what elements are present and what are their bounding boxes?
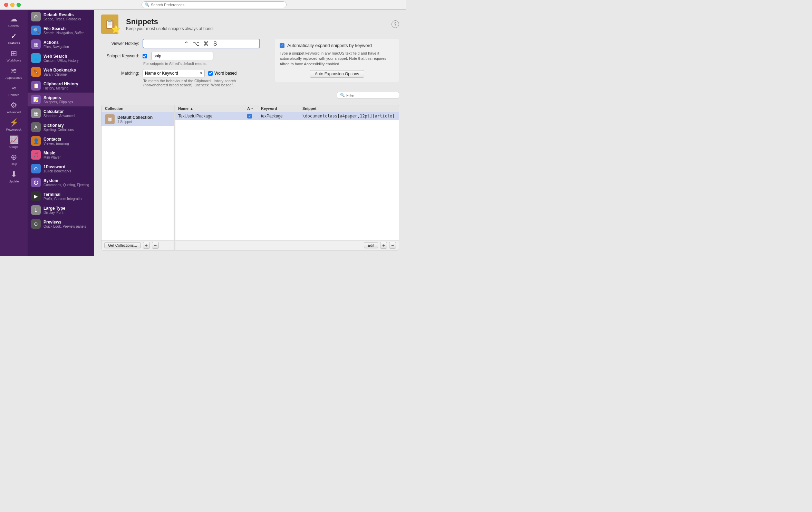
sidebar-icon-appearance[interactable]: ≋Appearance — [0, 64, 28, 82]
sidebar-item-system[interactable]: ⏻ System Commands, Quitting, Ejecting — [28, 176, 94, 189]
sidebar-item-text-calculator: Calculator Standard, Advanced — [44, 109, 75, 118]
sidebar-item-icon-default-results: ⊙ — [31, 12, 41, 21]
sidebar-icon-general[interactable]: ☁General — [0, 12, 28, 30]
sidebar-item-web-bookmarks[interactable]: 🔖 Web Bookmarks Safari, Chrome — [28, 65, 94, 79]
sidebar-icon-remote[interactable]: ≈Remote — [0, 82, 28, 99]
snippet-keyword-checkbox[interactable] — [143, 54, 147, 58]
sidebar-item-text-system: System Commands, Quitting, Ejecting — [44, 178, 89, 187]
minimize-button[interactable] — [10, 3, 14, 7]
cell-auto: ✓ — [247, 114, 261, 118]
filter-input[interactable] — [346, 93, 396, 97]
icon-label-general: General — [8, 24, 19, 28]
sidebar-item-title-previews: Previews — [44, 220, 86, 225]
add-collection-button[interactable]: + — [143, 242, 150, 249]
search-input-wrap[interactable]: 🔍 — [142, 1, 287, 8]
sidebar-item-title-dictionary: Dictionary — [44, 123, 74, 128]
matching-select[interactable]: Name or Keyword — [143, 69, 205, 77]
remove-snippet-button[interactable]: − — [389, 242, 396, 249]
collection-item-default-collection[interactable]: 📋 Default Collection 1 Snippet — [102, 112, 174, 126]
sidebar-item-dictionary[interactable]: A Dictionary Spelling, Definitions — [28, 120, 94, 134]
sidebar-icon-features[interactable]: ✓Features — [0, 30, 28, 47]
auto-expand-box: ✓ Automatically expand snippets by keywo… — [275, 39, 399, 82]
sidebar-item-text-web-bookmarks: Web Bookmarks Safari, Chrome — [44, 68, 76, 76]
filter-input-wrap[interactable]: 🔍 — [337, 92, 399, 98]
sidebar-item-file-search[interactable]: 🔍 File Search Search, Navigation, Buffer — [28, 23, 94, 37]
word-based-checkbox[interactable] — [208, 71, 213, 76]
col-keyword-header: Keyword — [261, 106, 302, 111]
sidebar-item-icon-clipboard-history: 📋 — [31, 81, 41, 91]
collection-count: 1 Snippet — [117, 120, 153, 124]
auto-expansion-options-button[interactable]: Auto Expansion Options — [310, 70, 365, 78]
sidebar-item-text-file-search: File Search Search, Navigation, Buffer — [44, 26, 84, 35]
sidebar-item-subtitle-clipboard-history: History, Merging — [44, 86, 78, 90]
sidebar-item-text-default-results: Default Results Scope, Types, Fallbacks — [44, 12, 81, 21]
page-title: Snippets — [126, 17, 214, 26]
viewer-hotkey-input[interactable]: ⌃ ⌥ ⌘ S — [143, 39, 260, 48]
sidebar-icon-workflows[interactable]: ⊞Workflows — [0, 47, 28, 64]
snippet-keyword-note: For snippets in Alfred's default results… — [143, 61, 268, 66]
maximize-button[interactable] — [17, 3, 21, 7]
sidebar-item-terminal[interactable]: ▶ Terminal Prefix, Custom Integration — [28, 189, 94, 203]
search-input[interactable] — [151, 3, 283, 7]
sidebar-icon-update[interactable]: ⬇Update — [0, 168, 28, 185]
col-a-header: A→ — [247, 106, 261, 111]
sidebar-item-1password[interactable]: ⊙ 1Password 1Click Bookmarks — [28, 162, 94, 176]
icon-glyph-update: ⬇ — [11, 170, 17, 179]
sidebar-icon-powerpack[interactable]: ⚡Powerpack — [0, 116, 28, 133]
sidebar-item-calculator[interactable]: ▦ Calculator Standard, Advanced — [28, 106, 94, 120]
auto-checkbox[interactable]: ✓ — [247, 114, 252, 118]
sidebar-item-contacts[interactable]: 👤 Contacts Viewer, Emailing — [28, 134, 94, 148]
word-based-check: Word based — [208, 71, 236, 76]
sidebar-item-icon-file-search: 🔍 — [31, 26, 41, 35]
col-name-header: Name ▲ — [178, 106, 247, 111]
sidebar-item-snippets[interactable]: 📝 Snippets Snippets, Clippings — [28, 93, 94, 106]
sidebar-item-text-actions: Actions Files, Navigation — [44, 40, 69, 49]
help-button[interactable]: ? — [392, 20, 399, 28]
titlebar: 🔍 — [0, 0, 406, 10]
matching-row: Matching: Name or Keyword ▼ Word based — [101, 69, 268, 77]
sidebar-item-clipboard-history[interactable]: 📋 Clipboard History History, Merging — [28, 79, 94, 93]
sidebar-icon-help[interactable]: ⊕Help — [0, 151, 28, 168]
sidebar-item-web-search[interactable]: 🌐 Web Search Custom, URLs, History — [28, 51, 94, 65]
sidebar-item-title-clipboard-history: Clipboard History — [44, 82, 78, 86]
sidebar-item-subtitle-contacts: Viewer, Emailing — [44, 142, 69, 145]
snippets-table-section: Collection 📋 Default Collection 1 Snippe… — [101, 105, 399, 250]
sidebar-item-music[interactable]: 🎵 Music Mini Player — [28, 148, 94, 162]
icon-glyph-powerpack: ⚡ — [9, 118, 19, 127]
sidebar-item-icon-actions: ▦ — [31, 39, 41, 49]
remove-collection-button[interactable]: − — [152, 242, 159, 249]
auto-expand-checkbox[interactable]: ✓ — [280, 43, 284, 48]
sidebar-item-icon-1password: ⊙ — [31, 164, 41, 173]
sidebar-item-subtitle-dictionary: Spelling, Definitions — [44, 128, 74, 132]
sidebar-icon-usage[interactable]: 📈Usage — [0, 133, 28, 151]
table-row[interactable]: TexUsefulPackage ✓ texPackage \documentc… — [175, 112, 399, 120]
snippets-app-icon: 📋 ⭐ — [101, 15, 120, 34]
sidebar-item-text-music: Music Mini Player — [44, 151, 60, 159]
snippets-table-header: Name ▲ A→ Keyword Snippet — [175, 105, 399, 112]
auto-expand-section: ✓ Automatically expand snippets by keywo… — [275, 39, 399, 82]
edit-button[interactable]: Edit — [364, 242, 378, 248]
sidebar-item-title-1password: 1Password — [44, 164, 71, 169]
icon-label-powerpack: Powerpack — [6, 128, 22, 131]
sidebar-item-default-results[interactable]: ⊙ Default Results Scope, Types, Fallback… — [28, 10, 94, 23]
sidebar-item-actions[interactable]: ▦ Actions Files, Navigation — [28, 37, 94, 51]
matching-note: To match the behaviour of the Clipboard … — [143, 79, 268, 87]
sidebar-icon-advanced[interactable]: ⚙Advanced — [0, 99, 28, 116]
snippet-keyword-input[interactable] — [151, 52, 213, 60]
sidebar-item-icon-web-search: 🌐 — [31, 53, 41, 63]
close-button[interactable] — [4, 3, 8, 7]
sidebar-item-icon-contacts: 👤 — [31, 136, 41, 146]
icon-label-advanced: Advanced — [7, 111, 21, 114]
content-body: Viewer Hotkey: ⌃ ⌥ ⌘ S Snippet Keyword: … — [94, 39, 406, 256]
page-subtitle: Keep your most useful snippets always at… — [126, 26, 214, 31]
sidebar-item-title-contacts: Contacts — [44, 137, 69, 142]
get-collections-button[interactable]: Get Collections... — [104, 242, 141, 248]
icon-label-features: Features — [8, 41, 20, 45]
add-snippet-button[interactable]: + — [380, 242, 387, 249]
sidebar-item-title-system: System — [44, 178, 89, 183]
viewer-hotkey-label: Viewer Hotkey: — [101, 41, 139, 46]
sidebar-item-large-type[interactable]: L Large Type Display, Font — [28, 203, 94, 217]
sidebar-item-subtitle-web-search: Custom, URLs, History — [44, 59, 79, 63]
sidebar-item-title-terminal: Terminal — [44, 192, 84, 197]
sidebar-item-previews[interactable]: ⊙ Previews Quick Look, Preview panels — [28, 217, 94, 231]
